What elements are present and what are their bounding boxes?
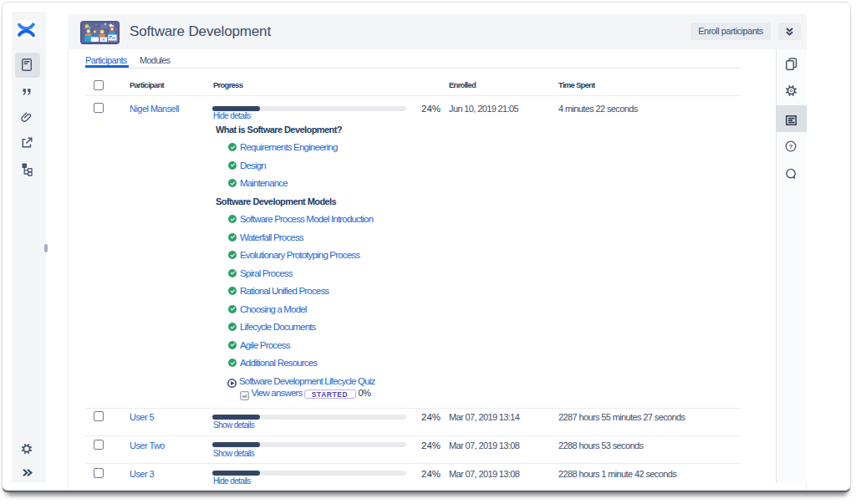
svg-text:?: ? (789, 143, 793, 150)
